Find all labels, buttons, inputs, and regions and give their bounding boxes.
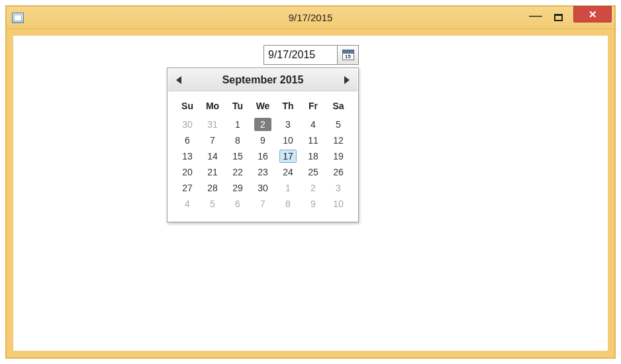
calendar-day[interactable]: 18 <box>301 148 326 164</box>
calendar-day[interactable]: 30 <box>175 116 200 132</box>
client-area: 15 September 2015 SuMoTuWeThFrSa30311234… <box>7 29 614 357</box>
day-of-week-header: Fr <box>301 97 326 116</box>
calendar-grid: SuMoTuWeThFrSa30311234567891011121314151… <box>168 91 358 221</box>
calendar-day[interactable]: 1 <box>225 116 250 132</box>
calendar-toggle-button[interactable]: 15 <box>337 46 358 64</box>
calendar-day[interactable]: 27 <box>175 180 200 196</box>
calendar-day[interactable]: 7 <box>200 132 225 148</box>
calendar-month-label[interactable]: September 2015 <box>222 74 304 86</box>
calendar-day[interactable]: 3 <box>326 180 351 196</box>
calendar-day[interactable]: 14 <box>200 148 225 164</box>
calendar-day[interactable]: 6 <box>225 196 250 212</box>
calendar-day[interactable]: 19 <box>326 148 351 164</box>
calendar-day[interactable]: 26 <box>326 164 351 180</box>
calendar-day[interactable]: 8 <box>275 196 301 212</box>
day-of-week-header: We <box>250 97 275 116</box>
day-of-week-header: Sa <box>326 97 351 116</box>
minimize-button[interactable]: — <box>524 9 547 26</box>
calendar-header: September 2015 <box>168 69 358 91</box>
app-icon <box>12 13 24 23</box>
calendar-day[interactable]: 31 <box>200 116 225 132</box>
calendar-popup: September 2015 SuMoTuWeThFrSa30311234567… <box>167 68 359 222</box>
day-of-week-header: Tu <box>225 97 250 116</box>
calendar-day[interactable]: 9 <box>301 196 326 212</box>
day-of-week-header: Th <box>275 97 301 116</box>
window-controls: — ✕ <box>524 7 614 28</box>
calendar-day[interactable]: 4 <box>175 196 200 212</box>
titlebar[interactable]: 9/17/2015 — ✕ <box>7 7 614 29</box>
day-of-week-header: Mo <box>200 97 225 116</box>
calendar-day[interactable]: 1 <box>275 180 301 196</box>
calendar-day[interactable]: 20 <box>175 164 200 180</box>
calendar-day[interactable]: 10 <box>275 132 301 148</box>
window-title: 9/17/2015 <box>7 12 614 23</box>
calendar-day[interactable]: 5 <box>200 196 225 212</box>
calendar-icon: 15 <box>342 50 354 60</box>
calendar-day[interactable]: 7 <box>250 196 275 212</box>
calendar-day[interactable]: 3 <box>275 116 301 132</box>
calendar-day[interactable]: 5 <box>326 116 351 132</box>
close-button[interactable]: ✕ <box>573 6 612 23</box>
calendar-day[interactable]: 29 <box>225 180 250 196</box>
date-input[interactable] <box>264 46 337 64</box>
app-window: 9/17/2015 — ✕ 15 Septem <box>5 5 616 359</box>
calendar-day[interactable]: 24 <box>275 164 301 180</box>
calendar-day[interactable]: 10 <box>326 196 351 212</box>
calendar-day[interactable]: 2 <box>250 116 275 132</box>
calendar-day[interactable]: 22 <box>225 164 250 180</box>
maximize-button[interactable] <box>547 9 569 26</box>
next-month-button[interactable] <box>344 76 350 84</box>
calendar-day[interactable]: 30 <box>250 180 275 196</box>
calendar-day[interactable]: 2 <box>301 180 326 196</box>
calendar-day[interactable]: 8 <box>225 132 250 148</box>
calendar-day[interactable]: 13 <box>175 148 200 164</box>
calendar-day[interactable]: 9 <box>250 132 275 148</box>
calendar-day[interactable]: 28 <box>200 180 225 196</box>
calendar-day[interactable]: 15 <box>225 148 250 164</box>
calendar-day[interactable]: 25 <box>301 164 326 180</box>
date-picker[interactable]: 15 <box>263 45 359 65</box>
calendar-day[interactable]: 6 <box>175 132 200 148</box>
calendar-day[interactable]: 21 <box>200 164 225 180</box>
calendar-day[interactable]: 12 <box>326 132 351 148</box>
day-of-week-header: Su <box>175 97 200 116</box>
calendar-day[interactable]: 23 <box>250 164 275 180</box>
desktop-frame: 9/17/2015 — ✕ 15 Septem <box>0 0 621 364</box>
prev-month-button[interactable] <box>176 76 181 84</box>
calendar-day[interactable]: 11 <box>301 132 326 148</box>
calendar-day[interactable]: 16 <box>250 148 275 164</box>
calendar-day[interactable]: 17 <box>275 148 301 164</box>
calendar-day[interactable]: 4 <box>301 116 326 132</box>
